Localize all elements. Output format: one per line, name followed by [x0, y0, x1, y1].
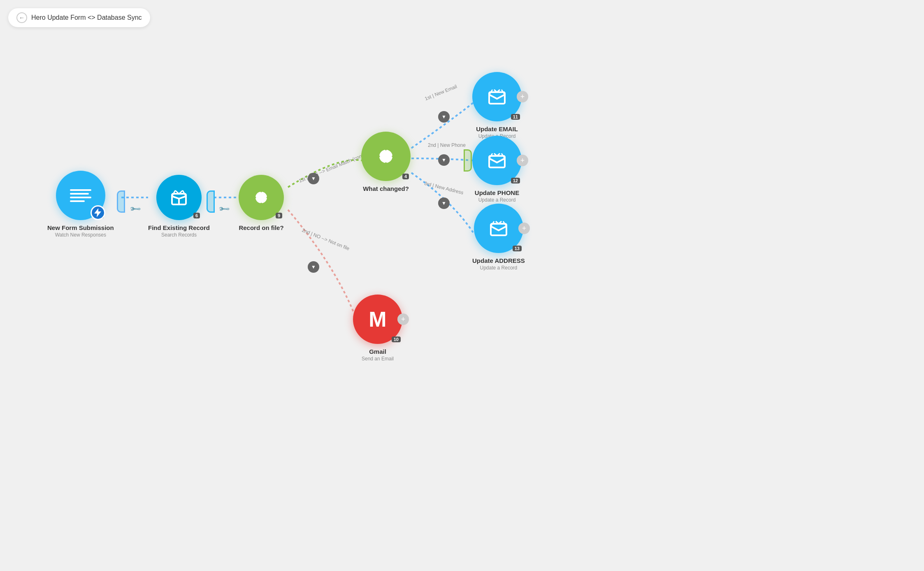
node12-sublabel: Update a Record: [478, 197, 516, 203]
connector-left-node9: [207, 190, 215, 213]
node1-sublabel: Watch New Responses: [55, 232, 106, 238]
wrench-icon-1: 🔧: [129, 202, 142, 215]
node-gmail[interactable]: M + 10 Gmail Send an Email: [353, 295, 402, 362]
node11-label: Update EMAIL: [476, 125, 518, 132]
node11-badge: 11: [511, 114, 520, 120]
node-update-email[interactable]: + 11 Update EMAIL Update a Record: [472, 72, 522, 139]
node-find-existing-record[interactable]: 6 Find Existing Record Search Records: [148, 175, 210, 238]
node-update-address[interactable]: + 13 Update ADDRESS Update a Record: [472, 204, 525, 271]
node6-badge: 6: [193, 213, 200, 218]
path-label-no-notfile: 2nd | NO --> Not on file: [301, 227, 351, 251]
connector-right-node4: [464, 149, 472, 172]
path-label-new-phone: 2nd | New Phone: [428, 142, 466, 148]
node11-plus[interactable]: +: [517, 91, 528, 102]
node12-badge: 12: [511, 178, 520, 183]
node-what-changed[interactable]: 4 What changed?: [361, 132, 411, 192]
arrow-badge-5: ▼: [438, 197, 450, 209]
breadcrumb: ← Hero Update Form <> Database Sync: [8, 8, 150, 27]
node12-plus[interactable]: +: [517, 155, 528, 166]
svg-point-3: [255, 192, 267, 203]
node6-label: Find Existing Record: [148, 224, 210, 231]
node13-plus[interactable]: +: [518, 223, 530, 234]
node13-badge: 13: [513, 246, 522, 251]
arrow-badge-4: ▼: [438, 154, 450, 166]
node10-label: Gmail: [369, 348, 386, 355]
path-label-new-address: 3rd | New Address: [424, 180, 464, 195]
node10-plus[interactable]: +: [397, 313, 409, 325]
node-record-on-file[interactable]: 9 Record on file?: [239, 175, 284, 231]
node-new-form-submission[interactable]: 1 New Form Submission Watch New Response…: [47, 171, 114, 238]
arrow-badge-1: ▼: [308, 173, 319, 184]
path-label-new-email: 1st | New Email: [424, 84, 457, 102]
gmail-icon: M: [369, 307, 386, 332]
node4-label: What changed?: [363, 185, 409, 192]
node1-label: New Form Submission: [47, 224, 114, 231]
node9-label: Record on file?: [239, 224, 283, 231]
node10-badge: 10: [392, 337, 401, 342]
node12-label: Update PHONE: [475, 189, 519, 196]
arrow-badge-2: ▼: [308, 261, 319, 273]
node6-sublabel: Search Records: [161, 232, 197, 238]
node9-badge: 9: [276, 213, 282, 218]
connections-svg: [0, 0, 924, 571]
node13-label: Update ADDRESS: [472, 257, 525, 264]
connector-left-node6: [117, 190, 125, 213]
arrow-badge-3: ▼: [438, 111, 450, 123]
breadcrumb-title: Hero Update Form <> Database Sync: [31, 14, 142, 21]
back-icon: ←: [19, 14, 25, 21]
node13-sublabel: Update a Record: [480, 265, 518, 271]
node10-sublabel: Send an Email: [362, 356, 394, 362]
back-button[interactable]: ←: [16, 12, 27, 23]
wrench-icon-2: 🔧: [218, 202, 230, 215]
node-update-phone[interactable]: + 12 Update PHONE Update a Record: [472, 136, 522, 203]
svg-point-4: [379, 150, 392, 163]
node4-badge: 4: [402, 174, 409, 179]
